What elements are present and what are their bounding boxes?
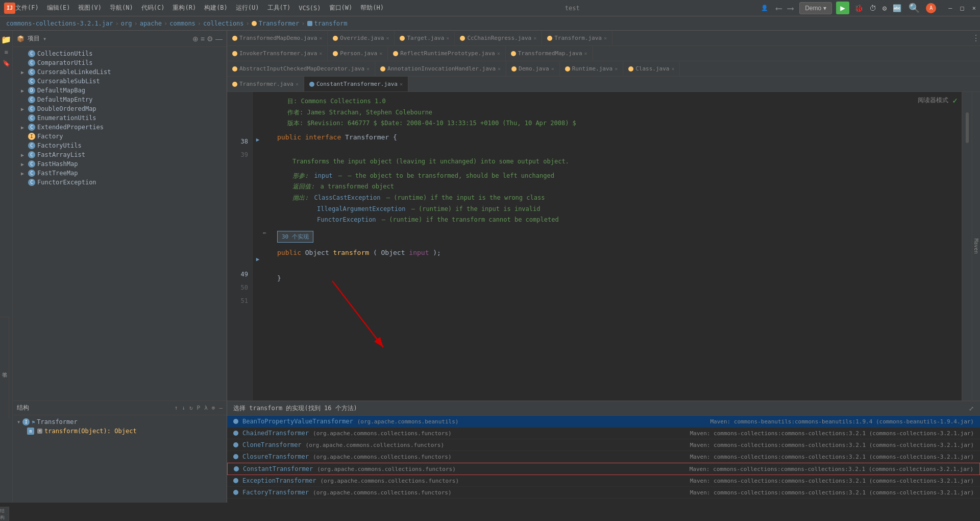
tab-transformedmap[interactable]: TransformedMap.java ✕	[506, 46, 593, 61]
sort-up-btn[interactable]: ↑	[175, 405, 178, 411]
impl-item-6[interactable]: FactoryTransformer (org.apache.commons.c…	[227, 487, 980, 499]
tab-class[interactable]: Class.java ✕	[623, 61, 680, 76]
tree-item-fastarraylist[interactable]: ▶ C FastArrayList	[13, 150, 227, 159]
tab-person[interactable]: Person.java ✕	[328, 46, 388, 61]
menu-window[interactable]: 窗口(W)	[329, 4, 353, 12]
tree-item-extendedproperties[interactable]: ▶ C ExtendedProperties	[13, 123, 227, 132]
tab-reflectruntimeprototype[interactable]: ReflectRuntimePrototype.java ✕	[388, 46, 505, 61]
menu-tools[interactable]: 工具(T)	[267, 4, 291, 12]
tab-constanttransformer[interactable]: ConstantTransformer.java ✕	[304, 77, 408, 91]
profile-button[interactable]: ⚙	[883, 4, 887, 12]
tree-item-cursorablesublist[interactable]: C CursorableSubList	[13, 77, 227, 86]
tree-item-factoryutils[interactable]: C FactoryUtils	[13, 141, 227, 150]
impl-item-4[interactable]: ConstantTransformer (org.apache.commons.…	[227, 463, 980, 475]
tree-item-doubleorderedmap[interactable]: ▶ C DoubleOrderedMap	[13, 104, 227, 113]
menu-navigate[interactable]: 导航(N)	[110, 4, 133, 12]
tab-target[interactable]: Target.java ✕	[395, 31, 455, 45]
close-icon[interactable]: ✕	[615, 66, 618, 72]
tab-transformer[interactable]: Transformer.java ✕	[227, 77, 304, 91]
bottom-panel-expand-btn[interactable]: ⤢	[969, 405, 974, 412]
close-icon[interactable]: ✕	[533, 35, 536, 41]
maven-indicator[interactable]: Maven	[972, 92, 980, 400]
tree-item-factory[interactable]: I Factory	[13, 132, 227, 141]
code-editor[interactable]: 阅读器模式 ✓ 目: Commons Collections 1.0 作者: J…	[271, 92, 962, 400]
impl-item-0[interactable]: BeanToPropertyValueTransformer (org.apac…	[227, 416, 980, 428]
close-icon[interactable]: ✕	[366, 66, 370, 72]
structure-icon[interactable]: ≡	[4, 49, 8, 56]
impl-badge[interactable]: 30 个实现	[277, 231, 313, 243]
sidebar-collapse-btn[interactable]: ⊕	[192, 35, 199, 43]
close-icon[interactable]: ✕	[319, 51, 322, 56]
settings-button[interactable]: 🔤	[893, 4, 901, 12]
menu-vcs[interactable]: VCS(S)	[299, 5, 321, 12]
close-icon[interactable]: ✕	[446, 35, 449, 41]
edit-icon[interactable]: ✏	[263, 229, 266, 236]
more-tabs-btn[interactable]: ⋮	[972, 31, 980, 45]
gutter-run-icon[interactable]: ▶	[256, 136, 260, 143]
menu-view[interactable]: 视图(V)	[78, 4, 102, 12]
menu-edit[interactable]: 编辑(E)	[47, 4, 70, 12]
run-button[interactable]: ▶	[836, 2, 849, 14]
struct-filter-btn[interactable]: P	[197, 405, 201, 411]
tree-item-defaultmapentry[interactable]: C DefaultMapEntry	[13, 95, 227, 104]
menu-build[interactable]: 构建(B)	[204, 4, 228, 12]
close-icon[interactable]: ✕	[604, 35, 607, 41]
breadcrumb-transformer[interactable]: Transformer	[252, 20, 299, 27]
breadcrumb-commons[interactable]: commons	[169, 20, 195, 27]
breadcrumb-transform[interactable]: transform	[307, 20, 348, 27]
close-icon[interactable]: ✕	[296, 81, 299, 87]
breadcrumb-apache[interactable]: apache	[140, 20, 162, 27]
sort-down-btn[interactable]: ↓	[182, 405, 185, 411]
impl-item-5[interactable]: ExceptionTransformer (org.apache.commons…	[227, 475, 980, 487]
impl-item-1[interactable]: ChainedTransformer (org.apache.commons.c…	[227, 428, 980, 439]
menu-code[interactable]: 代码(C)	[141, 4, 165, 12]
tree-item-enumerationutils[interactable]: C EnumerationUtils	[13, 113, 227, 123]
tab-abstractinputchecked[interactable]: AbstractInputCheckedMapDecorator.java ✕	[227, 61, 375, 76]
tab-annotationinvocationhandler[interactable]: AnnotationInvocationHandler.java ✕	[375, 61, 506, 76]
search-button[interactable]: 🔍	[909, 3, 920, 13]
bookmarks-icon[interactable]: 🔖	[3, 60, 10, 67]
tree-item-functorexception[interactable]: C FunctorException	[13, 178, 227, 187]
demo-button[interactable]: Demo ▾	[799, 2, 832, 14]
tab-override[interactable]: Override.java ✕	[328, 31, 395, 45]
close-icon[interactable]: ✕	[498, 66, 501, 72]
menu-run[interactable]: 运行(U)	[236, 4, 259, 12]
tab-demo[interactable]: Demo.java ✕	[506, 61, 560, 76]
struct-collapse-btn[interactable]: —	[219, 405, 223, 411]
impl-item-2[interactable]: CloneTransformer (org.apache.commons.col…	[227, 439, 980, 451]
menu-help[interactable]: 帮助(H)	[360, 4, 384, 12]
sidebar-hide-btn[interactable]: —	[215, 35, 223, 43]
tree-item-comparatorutils[interactable]: C ComparatorUtils	[13, 58, 227, 67]
debug-button[interactable]: 🐞	[854, 4, 863, 12]
close-icon[interactable]: ✕	[497, 51, 500, 56]
tab-transformedmapdemo[interactable]: TransformedMapDemo.java ✕	[227, 31, 328, 45]
close-icon[interactable]: ✕	[319, 35, 322, 41]
close-icon[interactable]: ✕	[584, 51, 587, 56]
close-icon[interactable]: ✕	[379, 51, 382, 56]
project-icon[interactable]: 📁	[1, 35, 11, 44]
jiegou-strip[interactable]: 结构	[0, 507, 9, 521]
breadcrumb-jar[interactable]: commons-collections-3.2.1.jar	[6, 20, 113, 27]
tree-item-fasttreemap[interactable]: ▶ C FastTreeMap	[13, 169, 227, 178]
menu-refactor[interactable]: 重构(R)	[173, 4, 196, 12]
maximize-button[interactable]: □	[961, 5, 964, 12]
tree-item-collectionutils[interactable]: C CollectionUtils	[13, 49, 227, 58]
close-button[interactable]: ×	[972, 5, 976, 12]
tab-transform[interactable]: Transform.java ✕	[542, 31, 612, 45]
close-icon[interactable]: ✕	[551, 66, 554, 72]
close-icon[interactable]: ✕	[386, 35, 389, 41]
gutter-run-icon-2[interactable]: ▶	[256, 256, 260, 263]
breadcrumb-org[interactable]: org	[121, 20, 132, 27]
tree-item-fasthashmap[interactable]: ▶ C FastHashMap	[13, 159, 227, 169]
sidebar-settings-btn[interactable]: ⚙	[207, 35, 213, 43]
struct-expand-btn[interactable]: ⊕	[212, 405, 215, 411]
right-scrollbar[interactable]	[962, 92, 972, 400]
close-icon[interactable]: ✕	[400, 81, 403, 87]
tab-ccchainregress[interactable]: CcChainRegress.java ✕	[455, 31, 542, 45]
bookmarks-side-strip[interactable]: 书签	[0, 317, 9, 419]
tab-runtime[interactable]: Runtime.java ✕	[560, 61, 624, 76]
sidebar-sort-btn[interactable]: ≡	[201, 35, 205, 43]
minimize-button[interactable]: —	[948, 5, 952, 12]
breadcrumb-collections[interactable]: collections	[203, 20, 243, 27]
menu-file[interactable]: 文件(F)	[15, 4, 39, 12]
